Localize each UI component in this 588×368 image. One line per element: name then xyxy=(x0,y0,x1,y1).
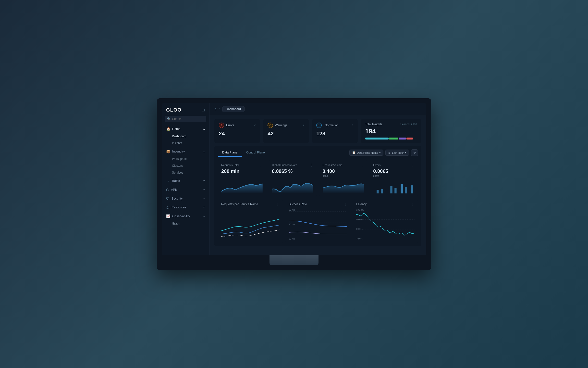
requests-label: Requests Total xyxy=(221,164,239,166)
data-plane-name-selector[interactable]: 📋 Data Plane Name ▾ xyxy=(349,150,383,156)
bar-segment-3 xyxy=(406,138,413,140)
monitor-screen: GLOO ⊟ 🔍 🏠 Home ∧ Dashboard xyxy=(162,103,426,255)
warning-card-header: ⚠ Warnings ↗ xyxy=(268,123,305,128)
sidebar-item-services[interactable]: Services xyxy=(162,169,209,176)
security-expand-icon: ∨ xyxy=(203,197,205,200)
success-rate-chart-area: 99 ms 75 ms 50 ms xyxy=(289,208,347,241)
info-label: Information xyxy=(324,124,338,127)
success-rate-menu-icon[interactable]: ⋮ xyxy=(310,163,313,167)
security-nav-icon: 🛡 xyxy=(166,197,170,201)
success-rate-chart-menu[interactable]: ⋮ xyxy=(343,202,347,206)
insights-row: ! Errors ↗ 24 ⚠ Warnings ↗ xyxy=(214,115,421,146)
metrics-section: ! Errors ↗ 24 ⚠ Warnings ↗ xyxy=(209,115,426,255)
sidebar-item-resources[interactable]: 🗂 Resources ∨ xyxy=(162,203,209,211)
request-volume-label: Request Volume xyxy=(323,164,343,166)
error-label: Errors xyxy=(226,124,234,127)
nav-section-security: 🛡 Security ∨ xyxy=(162,195,209,203)
metric-card-success-rate: Global Success Rate ⋮ 0.0065 % xyxy=(269,160,317,196)
sidebar-item-dashboard[interactable]: Dashboard xyxy=(162,133,209,140)
progress-bar xyxy=(365,138,417,140)
sidebar-item-traffic[interactable]: ↔ Traffic ∨ xyxy=(162,177,209,185)
clock-icon: 🗓 xyxy=(388,151,391,154)
nav-section-apis: ⬡ APIs ∨ xyxy=(162,186,209,195)
sidebar-item-inventory[interactable]: 📦 Invenotry ∧ xyxy=(162,148,209,155)
tab-data-plane[interactable]: Data Plane xyxy=(218,149,242,157)
sidebar-item-clusters[interactable]: Clusters xyxy=(162,162,209,169)
calendar-icon: 📋 xyxy=(352,151,355,154)
requests-chart xyxy=(221,176,263,193)
graph-label: Graph xyxy=(172,222,180,225)
chevron-down-icon: ▾ xyxy=(379,151,381,154)
sidebar-item-security[interactable]: 🛡 Security ∨ xyxy=(162,195,209,203)
info-icon: ℹ xyxy=(316,123,322,128)
scanned-text: Scaned: 2180 xyxy=(400,123,417,126)
y-label-70: 70.0% xyxy=(356,238,366,240)
info-arrow-icon[interactable]: ↗ xyxy=(351,124,353,127)
success-rate-chart xyxy=(272,176,313,193)
requests-menu-icon[interactable]: ⋮ xyxy=(259,163,263,167)
warning-arrow-icon[interactable]: ↗ xyxy=(303,124,305,127)
latency-chart-menu[interactable]: ⋮ xyxy=(411,202,415,206)
request-volume-chart xyxy=(323,179,364,193)
request-volume-menu-icon[interactable]: ⋮ xyxy=(360,163,364,167)
sidebar-item-home[interactable]: 🏠 Home ∧ xyxy=(162,125,209,133)
resources-nav-icon: 🗂 xyxy=(166,205,170,209)
tab-control-plane[interactable]: Control Plane xyxy=(242,149,269,157)
info-card: ℹ Information ↗ 128 xyxy=(312,119,358,143)
breadcrumb-current: Dashboard xyxy=(222,106,245,112)
sidebar-item-insights[interactable]: Insights xyxy=(162,140,209,147)
svg-rect-2 xyxy=(391,186,392,193)
services-label: Services xyxy=(172,171,183,174)
error-arrow-icon[interactable]: ↗ xyxy=(254,124,256,127)
success-rate-chart-title: Success Rate xyxy=(289,203,307,206)
last-hour-label: Last Hour xyxy=(392,151,404,154)
refresh-button[interactable]: ↻ xyxy=(411,149,418,156)
topbar-home-icon[interactable]: ⌂ xyxy=(214,107,216,111)
bar-segment-0 xyxy=(365,138,388,140)
apis-label: APIs xyxy=(171,188,177,191)
sidebar-item-graph[interactable]: Graph xyxy=(162,220,209,227)
errors-unit: ops/s xyxy=(373,175,415,177)
total-insights-card: Total Insights Scaned: 2180 194 xyxy=(361,119,421,143)
latency-chart-header: Latency ⋮ xyxy=(356,202,415,206)
apis-nav-icon: ⬡ xyxy=(166,188,169,192)
success-rate-value: 0.0065 % xyxy=(272,168,313,174)
info-card-header: ℹ Information ↗ xyxy=(316,123,353,128)
errors-card-header: Errors ⋮ xyxy=(373,163,415,167)
clusters-label: Clusters xyxy=(172,164,183,167)
observability-expand-icon: ∧ xyxy=(203,215,205,217)
top-bar: ⌂ / Dashboard xyxy=(209,103,426,115)
nav-section-inventory: 📦 Invenotry ∧ Workspaces Clusters Servic… xyxy=(162,148,209,177)
errors-menu-icon[interactable]: ⋮ xyxy=(411,163,415,167)
sidebar-logo-area: GLOO ⊟ xyxy=(162,103,209,116)
traffic-expand-icon: ∨ xyxy=(203,179,205,182)
monitor-stand xyxy=(270,255,318,265)
error-card-header: ! Errors ↗ xyxy=(219,123,256,128)
requests-per-service-menu[interactable]: ⋮ xyxy=(276,202,280,206)
chart-success-rate: Success Rate ⋮ 99 ms 75 ms 50 ms xyxy=(285,199,351,243)
sidebar-item-workspaces[interactable]: Workspaces xyxy=(162,155,209,162)
monitor-frame: GLOO ⊟ 🔍 🏠 Home ∧ Dashboard xyxy=(157,98,431,270)
sidebar-item-observability[interactable]: 📈 Observability ∧ xyxy=(162,212,209,220)
app-logo: GLOO xyxy=(166,107,182,113)
chart-latency: Latency ⋮ 100.0% 90.0% 80.0% 70.0% xyxy=(353,199,418,243)
last-hour-selector[interactable]: 🗓 Last Hour ▾ xyxy=(385,150,409,156)
nav-section-resources: 🗂 Resources ∨ xyxy=(162,203,209,212)
svg-rect-3 xyxy=(394,188,396,193)
metrics-tabs-row: Data Plane Control Plane 📋 Data Plane Na… xyxy=(218,149,418,157)
inventory-expand-icon: ∧ xyxy=(203,150,205,153)
requests-per-service-title: Requests per Service Name xyxy=(221,203,258,206)
refresh-icon: ↻ xyxy=(413,151,416,154)
y-label-50: 50 ms xyxy=(289,238,297,240)
sidebar-item-apis[interactable]: ⬡ APIs ∨ xyxy=(162,186,209,194)
sidebar-toggle-icon[interactable]: ⊟ xyxy=(202,108,205,112)
app-container: GLOO ⊟ 🔍 🏠 Home ∧ Dashboard xyxy=(162,103,426,255)
latency-chart-area: 100.0% 90.0% 80.0% 70.0% xyxy=(356,208,415,241)
charts-bottom-row: Requests per Service Name ⋮ xyxy=(218,199,418,243)
nav-section-observability: 📈 Observability ∧ Graph xyxy=(162,212,209,228)
search-input[interactable] xyxy=(172,117,204,121)
search-bar[interactable]: 🔍 xyxy=(165,116,206,122)
bar-segment-2 xyxy=(399,138,406,140)
data-plane-name-label: Data Plane Name xyxy=(357,151,378,154)
y-label-99: 99 ms xyxy=(289,209,297,211)
